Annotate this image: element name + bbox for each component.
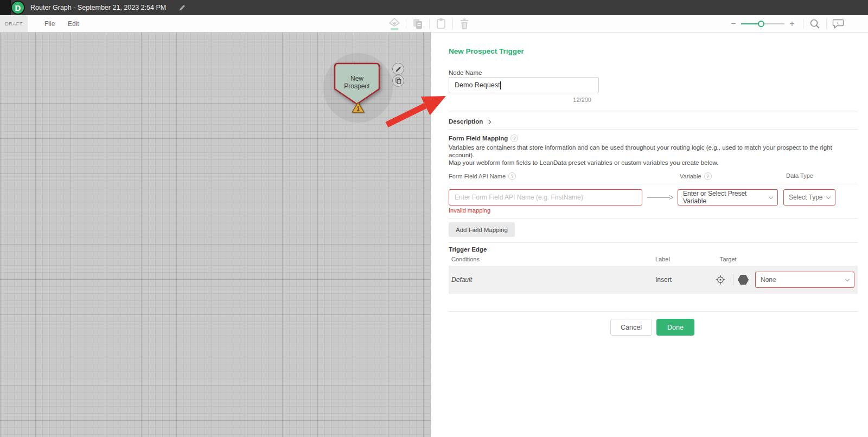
node-label: New Prospect [333, 75, 381, 90]
toolbar-separator [452, 19, 453, 29]
graph-tool-group [386, 15, 473, 33]
data-type-dropdown[interactable]: Select Type [783, 189, 835, 205]
text-caret [500, 81, 501, 89]
toolbar: DRAFT File Edit [0, 15, 868, 33]
toolbar-separator [803, 19, 803, 29]
add-field-mapping-button[interactable]: Add Field Mapping [449, 222, 515, 237]
intro-line-2: Map your webform form fields to LeanData… [449, 159, 853, 166]
edge-target-dropdown[interactable]: None [755, 272, 854, 288]
target-column-label: Target [720, 256, 737, 262]
copy-icon[interactable] [410, 15, 426, 33]
paste-icon[interactable] [433, 15, 449, 33]
column-header-api-name: Form Field API Name ? [449, 172, 516, 180]
description-section-toggle[interactable]: Description [449, 115, 490, 128]
row-separator [733, 274, 733, 286]
divider [449, 242, 858, 243]
leandata-logo: D [11, 1, 25, 15]
duplicate-node-icon[interactable] [392, 75, 404, 87]
logo-background [0, 0, 11, 15]
variable-column-label: Variable [680, 173, 701, 179]
help-icon[interactable]: ? [704, 172, 712, 180]
node-name-label: Node Name [449, 69, 482, 76]
zoom-controls: − + 0 [726, 15, 846, 33]
target-node-hexagon-icon[interactable] [737, 274, 749, 286]
help-icon[interactable]: ? [510, 134, 518, 142]
search-icon[interactable] [807, 15, 823, 33]
zoom-in-button[interactable]: + [784, 15, 800, 33]
toolbar-separator [406, 19, 406, 29]
node-name-value: Demo Request [455, 81, 500, 89]
description-label: Description [449, 118, 483, 125]
zoom-slider[interactable] [741, 23, 784, 24]
menu-edit[interactable]: Edit [68, 15, 79, 33]
panel-title: New Prospect Trigger [449, 47, 524, 55]
divider [449, 311, 858, 312]
chevron-right-icon [487, 119, 491, 124]
label-column-label: Label [655, 256, 670, 262]
trigger-edge-label: Trigger Edge [449, 246, 487, 253]
done-button[interactable]: Done [656, 319, 694, 336]
column-header-variable: Variable ? [680, 172, 712, 180]
divider [449, 184, 858, 184]
toolbar-separator [429, 19, 430, 29]
form-field-mapping-intro: Variables are containers that store info… [449, 144, 853, 166]
node-label-line2: Prospect [333, 82, 381, 90]
divider [449, 112, 858, 112]
menu-file[interactable]: File [44, 15, 55, 33]
trigger-edge-row: Default Insert None [449, 266, 858, 294]
edit-node-icon[interactable] [392, 63, 404, 75]
warning-badge: 1 [351, 101, 365, 113]
form-field-api-name-input[interactable] [449, 189, 642, 205]
graph-canvas[interactable]: New Prospect 1 [0, 33, 431, 437]
chevron-down-icon [769, 194, 773, 198]
edge-condition-value: Default [451, 276, 472, 284]
graph-title: Router Graph - September 21, 2023 2:54 P… [30, 0, 166, 15]
mapping-arrow-icon [647, 194, 674, 201]
char-counter: 12/200 [449, 97, 591, 103]
data-type-column-label: Data Type [786, 172, 813, 179]
comments-icon[interactable]: 0 [830, 15, 846, 33]
edge-target-value: None [761, 276, 776, 284]
node-settings-panel: New Prospect Trigger Node Name Demo Requ… [431, 33, 868, 437]
edit-title-icon[interactable] [179, 4, 186, 11]
chevron-down-icon [826, 194, 831, 198]
variable-dropdown-value: Enter or Select Preset Variable [683, 190, 769, 205]
divider [449, 129, 858, 130]
draft-status-badge: DRAFT [0, 15, 28, 33]
variable-dropdown[interactable]: Enter or Select Preset Variable [678, 189, 778, 205]
delete-icon[interactable] [456, 15, 473, 33]
node-name-input[interactable]: Demo Request [449, 77, 599, 93]
intro-line-1: Variables are containers that store info… [449, 144, 853, 159]
target-crosshair-icon[interactable] [714, 274, 726, 286]
form-field-mapping-label: Form Field Mapping [449, 135, 508, 142]
column-header-label: Label [655, 256, 670, 262]
data-type-dropdown-value: Select Type [789, 194, 822, 201]
column-header-data-type: Data Type [786, 172, 813, 179]
edge-label-value: Insert [655, 276, 672, 284]
conditions-column-label: Conditions [451, 256, 480, 262]
toolbar-separator [826, 19, 827, 29]
form-field-mapping-header: Form Field Mapping ? [449, 134, 518, 142]
divider [449, 218, 858, 219]
cancel-button[interactable]: Cancel [610, 319, 652, 336]
titlebar: D Router Graph - September 21, 2023 2:54… [0, 0, 868, 15]
column-header-target: Target [720, 256, 737, 262]
deploy-icon[interactable] [386, 15, 403, 33]
help-icon[interactable]: ? [508, 172, 516, 180]
logo-letter: D [15, 3, 21, 12]
zoom-slider-handle[interactable] [758, 21, 764, 27]
leandata-router-app: D Router Graph - September 21, 2023 2:54… [0, 0, 868, 437]
chevron-down-icon [845, 277, 850, 281]
warning-count: 1 [356, 106, 360, 112]
draft-label: DRAFT [5, 21, 23, 27]
mapping-error-text: Invalid mapping [449, 207, 490, 214]
comment-count: 0 [837, 21, 840, 25]
column-header-conditions: Conditions [451, 256, 480, 262]
api-name-column-label: Form Field API Name [449, 173, 506, 179]
node-label-line1: New [333, 75, 381, 82]
zoom-out-button[interactable]: − [726, 15, 741, 33]
